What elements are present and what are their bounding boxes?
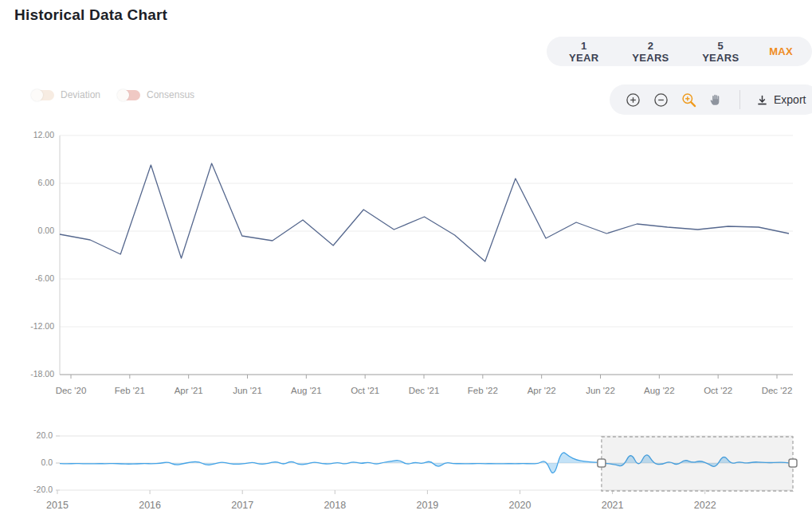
pan-icon — [709, 92, 724, 107]
nav-x-axis-label: 2018 — [324, 500, 346, 511]
toolbar-divider — [739, 90, 740, 109]
x-axis-label: Oct '22 — [704, 386, 732, 395]
nav-x-axis-label: 2022 — [694, 500, 716, 511]
x-axis-label: Dec '22 — [762, 386, 793, 395]
x-axis-label: Jun '22 — [586, 386, 615, 395]
range-2-years-button[interactable]: 2 YEARS — [629, 40, 672, 64]
range-5-years-button[interactable]: 5 YEARS — [699, 40, 742, 64]
nav-y-axis-label: -20.0 — [33, 485, 53, 494]
export-button[interactable]: Export — [756, 93, 806, 106]
export-label: Export — [774, 93, 806, 106]
range-max-button[interactable]: MAX — [769, 45, 793, 57]
zoom-out-button[interactable] — [653, 92, 669, 108]
main-chart[interactable]: 12.006.000.00-6.00-12.00-18.00Dec '20Feb… — [0, 128, 812, 402]
y-axis-label: -18.00 — [30, 369, 54, 379]
x-axis-label: Jun '21 — [233, 386, 262, 395]
x-axis-label: Aug '22 — [644, 386, 675, 395]
nav-x-axis-label: 2021 — [602, 500, 624, 511]
x-axis-label: Feb '22 — [468, 386, 498, 395]
y-axis-label: -6.00 — [35, 273, 54, 283]
deviation-toggle-label: Deviation — [61, 89, 100, 100]
x-axis-label: Apr '22 — [528, 386, 556, 395]
x-axis-label: Oct '21 — [351, 386, 379, 395]
nav-x-axis-label: 2017 — [231, 500, 253, 511]
range-1-year-button[interactable]: 1 YEAR — [566, 40, 602, 64]
navigator-right-handle[interactable] — [789, 459, 797, 467]
consensus-toggle-label: Consensus — [147, 89, 194, 100]
pan-button[interactable] — [709, 92, 724, 108]
nav-y-axis-label: 20.0 — [37, 430, 53, 440]
nav-x-axis-label: 2016 — [139, 500, 161, 511]
zoom-out-icon — [653, 92, 669, 108]
x-axis-label: Dec '20 — [56, 386, 87, 395]
x-axis-label: Dec '21 — [409, 386, 440, 395]
range-selector: 1 YEAR 2 YEARS 5 YEARS MAX — [547, 37, 812, 66]
nav-x-axis-label: 2015 — [46, 500, 69, 511]
nav-x-axis-label: 2020 — [509, 500, 532, 511]
y-axis-label: 12.00 — [33, 130, 54, 139]
deviation-toggle-knob — [31, 89, 43, 101]
zoom-in-button[interactable] — [626, 92, 641, 108]
y-axis-label: 0.00 — [38, 226, 55, 235]
page-title: Historical Data Chart — [14, 6, 167, 24]
download-icon — [756, 94, 768, 106]
y-axis-label: -12.00 — [30, 321, 54, 331]
x-axis-label: Apr '21 — [175, 386, 203, 395]
selection-zoom-icon — [681, 92, 696, 108]
nav-x-axis-label: 2019 — [416, 500, 438, 511]
y-axis-label: 6.00 — [38, 178, 55, 187]
nav-y-axis-label: 0.0 — [41, 457, 53, 467]
navigator-left-handle[interactable] — [598, 459, 606, 467]
historical-data-chart-app: Historical Data Chart 1 YEAR 2 YEARS 5 Y… — [0, 0, 812, 526]
chart-toolbar: Export — [610, 84, 812, 115]
navigator-selection[interactable] — [602, 437, 793, 491]
selection-zoom-button[interactable] — [681, 92, 696, 108]
deviation-toggle-group: Deviation — [32, 89, 100, 100]
consensus-toggle-group: Consensus — [118, 89, 194, 100]
consensus-toggle-knob — [117, 89, 129, 101]
deviation-toggle[interactable] — [32, 90, 54, 100]
x-axis-label: Aug '21 — [291, 386, 322, 395]
series-toggles: Deviation Consensus — [32, 89, 194, 100]
historical-series-line — [60, 163, 789, 261]
x-axis-label: Feb '21 — [115, 386, 145, 395]
consensus-toggle[interactable] — [118, 90, 140, 100]
zoom-in-icon — [626, 92, 641, 108]
range-navigator[interactable]: 20.00.0-20.02015201620172018201920202021… — [0, 426, 812, 518]
